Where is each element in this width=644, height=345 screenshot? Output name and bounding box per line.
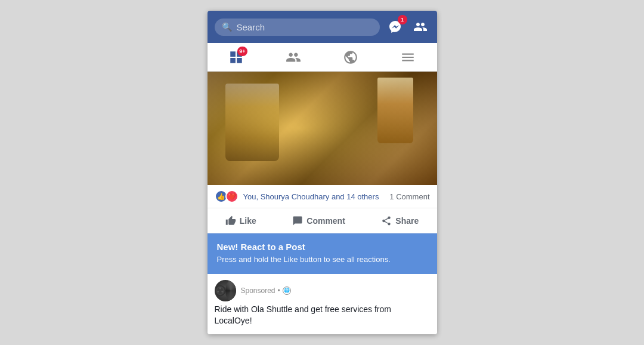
- svg-point-4: [221, 291, 223, 292]
- search-bar[interactable]: 🔍 Search: [215, 19, 380, 36]
- tab-friends[interactable]: [278, 48, 308, 67]
- tab-menu[interactable]: [393, 48, 423, 67]
- svg-point-3: [219, 287, 221, 289]
- messenger-badge: 1: [398, 15, 407, 24]
- friends-icon-button[interactable]: [411, 17, 430, 36]
- comment-label: Comment: [306, 216, 345, 226]
- sponsored-row: Sponsored • 🌐: [208, 274, 437, 301]
- globe-icon: 🌐: [283, 287, 291, 295]
- love-reaction-icon: ❤️: [225, 190, 239, 203]
- sponsored-ad-text: Ride with Ola Shuttle and get free servi…: [208, 301, 437, 334]
- tooltip-body: Press and hold the Like button to see al…: [217, 254, 428, 265]
- search-icon: 🔍: [222, 22, 232, 32]
- comment-button[interactable]: Comment: [283, 211, 355, 231]
- like-button[interactable]: Like: [216, 211, 266, 231]
- svg-point-5: [217, 291, 219, 292]
- top-nav-bar: 🔍 Search 1: [208, 11, 437, 43]
- feed-badge: 9+: [237, 47, 247, 56]
- sponsored-label: Sponsored: [241, 287, 275, 295]
- phone-container: 🔍 Search 1 9+: [208, 11, 437, 334]
- post-image: [208, 72, 437, 185]
- reactions-text: You, Shourya Choudhary and 14 others: [243, 192, 379, 201]
- messenger-icon-button[interactable]: 1: [386, 17, 405, 36]
- image-overlay: [208, 72, 437, 185]
- search-placeholder: Search: [237, 22, 265, 32]
- action-row: Like Comment Share: [208, 208, 437, 233]
- tab-globe[interactable]: [336, 48, 366, 67]
- like-label: Like: [240, 216, 256, 226]
- sponsored-meta: Sponsored • 🌐: [241, 287, 291, 295]
- secondary-nav: 9+: [208, 43, 437, 72]
- comment-count: 1 Comment: [389, 192, 429, 201]
- reactions-row: 👍 ❤️ You, Shourya Choudhary and 14 other…: [208, 185, 437, 208]
- reaction-icons: 👍 ❤️: [215, 190, 239, 203]
- share-button[interactable]: Share: [371, 211, 428, 231]
- tab-feed[interactable]: 9+: [221, 48, 251, 67]
- tooltip-title: New! React to a Post: [217, 242, 428, 252]
- share-label: Share: [395, 216, 419, 226]
- sponsor-avatar: [215, 280, 236, 301]
- react-tooltip: New! React to a Post Press and hold the …: [208, 233, 437, 273]
